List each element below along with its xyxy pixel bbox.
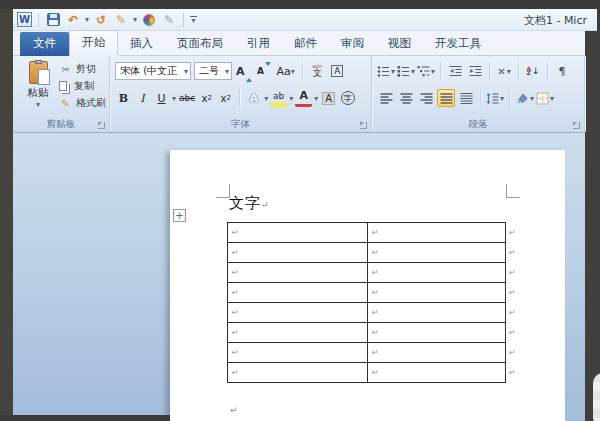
paragraph-dialog-launcher-icon[interactable] <box>573 122 580 129</box>
shading-button[interactable]: ▾ <box>515 89 534 107</box>
tab-mailings[interactable]: 邮件 <box>282 32 329 56</box>
change-case-button[interactable]: Aa▾ <box>276 62 296 80</box>
undo-dropdown-icon[interactable]: ▾ <box>85 15 89 24</box>
bold-button[interactable]: B <box>115 89 132 107</box>
tab-file[interactable]: 文件 <box>20 32 69 56</box>
undo-button[interactable]: ↶ <box>65 12 81 28</box>
table-cell[interactable]: ↵ <box>368 323 506 343</box>
tab-references[interactable]: 引用 <box>235 32 282 56</box>
clipboard-clip <box>35 60 42 64</box>
distribute-button[interactable] <box>457 89 475 107</box>
color-button[interactable] <box>141 12 157 28</box>
superscript-button[interactable]: x2 <box>217 89 234 107</box>
tab-view[interactable]: 视图 <box>376 32 423 56</box>
justify-button[interactable] <box>437 89 455 107</box>
font-size-combobox[interactable]: 二号 ▾ <box>194 62 232 80</box>
table-move-handle[interactable]: + <box>173 209 186 222</box>
font-size-dropdown-icon[interactable]: ▾ <box>225 67 229 76</box>
tab-page-layout[interactable]: 页面布局 <box>165 32 235 56</box>
asian-layout-button[interactable]: ✕ ▾ <box>495 62 513 80</box>
tab-developer[interactable]: 开发工具 <box>423 32 493 56</box>
underline-dropdown-icon[interactable]: ▾ <box>172 94 176 103</box>
paste-dropdown-icon[interactable]: ▾ <box>36 100 40 109</box>
screenshot-bottom-edge <box>0 415 170 421</box>
copy-button[interactable]: 复制 <box>59 79 106 93</box>
table-cell[interactable]: ↵ <box>228 323 368 343</box>
pens-dropdown-icon[interactable]: ▾ <box>133 15 137 24</box>
word-logo-icon[interactable]: W <box>17 12 32 27</box>
table-cell[interactable]: ↵ <box>228 283 368 303</box>
show-hide-marks-button[interactable]: ¶ <box>553 62 571 80</box>
multilevel-list-button[interactable]: ▾ <box>417 62 435 80</box>
table-cell[interactable]: ↵ <box>368 303 506 323</box>
text-effects-dropdown-icon[interactable]: ▾ <box>264 94 268 103</box>
table-cell[interactable]: ↵ <box>368 283 506 303</box>
character-border-button[interactable]: A <box>329 62 346 80</box>
shrink-font-button[interactable]: A <box>256 62 273 80</box>
draw-disabled-button[interactable]: ✎ <box>161 12 177 28</box>
redo-button[interactable]: ↺ <box>93 12 109 28</box>
document-table[interactable]: ↵↵↵↵↵↵↵↵↵↵↵↵↵↵↵↵↵↵↵↵↵↵↵↵ <box>227 222 517 383</box>
cut-button[interactable]: ✂ 剪切 <box>59 62 106 76</box>
tab-home[interactable]: 开始 <box>69 30 118 56</box>
table-cell[interactable]: ↵ <box>228 243 368 263</box>
font-dialog-launcher-icon[interactable] <box>360 122 367 129</box>
document-page[interactable]: 文字↵ + ↵↵↵↵↵↵↵↵↵↵↵↵↵↵↵↵↵↵↵↵↵↵↵↵ ↵ <box>170 150 565 421</box>
clipboard-dialog-launcher-icon[interactable] <box>98 122 105 129</box>
numbering-button[interactable]: ▾ <box>397 62 415 80</box>
format-painter-button[interactable]: ✎ 格式刷 <box>59 96 106 110</box>
font-name-dropdown-icon[interactable]: ▾ <box>184 67 188 76</box>
text-effects-button[interactable]: A <box>245 89 262 107</box>
table-cell[interactable]: ↵ <box>368 223 506 243</box>
cut-label: 剪切 <box>76 62 96 76</box>
table-cell[interactable]: ↵ <box>368 243 506 263</box>
font-name-combobox[interactable]: 宋体 (中文正 ▾ <box>115 62 191 80</box>
table-cell[interactable]: ↵ <box>228 303 368 323</box>
pens-button[interactable]: ✎ <box>113 12 129 28</box>
highlight-dropdown-icon[interactable]: ▾ <box>289 94 293 103</box>
tab-review[interactable]: 审阅 <box>329 32 376 56</box>
align-center-button[interactable] <box>397 89 415 107</box>
grow-font-button[interactable]: A <box>235 62 253 80</box>
strikethrough-button[interactable]: abc <box>178 89 196 107</box>
line-spacing-button[interactable]: ▾ <box>486 89 504 107</box>
phonetic-guide-button[interactable]: wén 文 <box>309 62 326 80</box>
save-button[interactable] <box>45 12 61 28</box>
tab-insert[interactable]: 插入 <box>118 32 165 56</box>
table-cell[interactable]: ↵ <box>228 343 368 363</box>
paste-button[interactable]: 粘贴 ▾ <box>21 61 55 117</box>
font-color-button[interactable]: A <box>295 89 312 107</box>
underline-button[interactable]: U <box>153 89 170 107</box>
table-cell[interactable]: ↵ <box>228 363 368 383</box>
bullets-button[interactable]: ▾ <box>377 62 395 80</box>
align-right-button[interactable] <box>417 89 435 107</box>
increase-indent-button[interactable] <box>466 62 484 80</box>
margin-crop-mark-top-left <box>216 184 230 198</box>
table-cell[interactable]: ↵ <box>228 223 368 243</box>
customize-qat-button[interactable]: ▾ <box>190 16 197 23</box>
document-heading[interactable]: 文字↵ <box>229 194 269 213</box>
censored-watermark <box>593 373 600 421</box>
table-cell[interactable]: ↵ <box>368 343 506 363</box>
copy-label: 复制 <box>74 79 94 93</box>
table-row: ↵↵↵ <box>228 343 517 363</box>
table-cell[interactable]: ↵ <box>368 363 506 383</box>
italic-button[interactable]: I <box>134 89 151 107</box>
grow-font-arrow-icon <box>245 65 252 78</box>
character-shading-button[interactable]: A <box>320 89 337 107</box>
font-color-dropdown-icon[interactable]: ▾ <box>314 94 318 103</box>
align-left-button[interactable] <box>377 89 395 107</box>
enclose-characters-button[interactable]: 字 <box>339 89 356 107</box>
decrease-indent-button[interactable] <box>446 62 464 80</box>
borders-button[interactable]: ▾ <box>536 89 554 107</box>
scissors-icon: ✂ <box>59 64 72 75</box>
highlight-button[interactable]: ab <box>270 89 287 107</box>
table-cell[interactable]: ↵ <box>228 263 368 283</box>
subscript-button[interactable]: x2 <box>198 89 215 107</box>
heading-text: 文字 <box>229 194 261 212</box>
separator <box>480 89 481 107</box>
table-cell[interactable]: ↵ <box>368 263 506 283</box>
sort-button[interactable]: AZ ↓ <box>524 62 542 80</box>
numbering-dropdown-icon: ▾ <box>411 67 415 76</box>
end-of-row-mark-icon: ↵ <box>506 263 517 283</box>
